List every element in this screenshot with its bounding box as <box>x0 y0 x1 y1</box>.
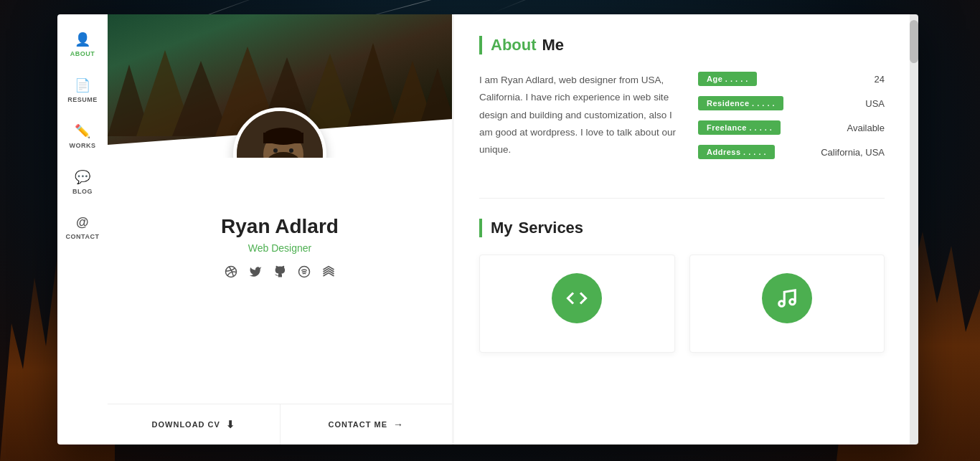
contact-me-label: CONTACT ME <box>328 420 387 429</box>
services-title-green: My <box>491 219 513 237</box>
blog-label: BLOG <box>72 188 93 195</box>
about-section-title: About Me <box>479 36 885 54</box>
svg-point-23 <box>779 301 785 307</box>
detail-address: Address . . . . . California, USA <box>698 145 885 159</box>
sidebar-item-resume[interactable]: 📄 RESUME <box>57 67 108 113</box>
twitter-icon[interactable] <box>249 265 262 282</box>
arrow-right-icon: → <box>393 419 404 430</box>
about-title-green: About <box>491 36 537 54</box>
content-area[interactable]: About Me I am Ryan Adlard, web designer … <box>452 14 910 445</box>
works-icon: ✏️ <box>75 123 91 139</box>
contact-icon: @ <box>76 215 89 230</box>
age-value: 24 <box>875 74 885 85</box>
about-title-rest: Me <box>542 36 565 54</box>
svg-rect-20 <box>263 133 303 143</box>
detail-freelance: Freelance . . . . . Available <box>698 120 885 135</box>
blog-icon: 💬 <box>75 169 91 185</box>
about-details: Age . . . . . 24 Residence . . . . . USA… <box>698 72 885 169</box>
freelance-badge: Freelance . . . . . <box>698 120 781 135</box>
about-icon: 👤 <box>75 32 91 47</box>
address-badge: Address . . . . . <box>698 145 775 159</box>
profile-card: Ryan Adlard Web Designer <box>108 14 452 445</box>
dribbble-icon[interactable] <box>225 265 237 282</box>
works-label: WORKS <box>70 142 96 149</box>
contact-me-button[interactable]: CONTACT ME → <box>281 404 453 445</box>
resume-label: RESUME <box>67 96 98 103</box>
service-card-development <box>479 255 675 353</box>
profile-banner <box>108 14 452 158</box>
about-bio: I am Ryan Adlard, web designer from USA,… <box>479 72 677 169</box>
social-icons <box>221 265 339 282</box>
freelance-value: Available <box>847 123 885 133</box>
spotify-icon[interactable] <box>298 265 311 282</box>
detail-residence: Residence . . . . . USA <box>698 96 885 110</box>
profile-title: Web Designer <box>221 242 339 254</box>
github-icon[interactable] <box>273 265 286 282</box>
sidebar: 👤 ABOUT 📄 RESUME ✏️ WORKS 💬 BLOG @ CONTA… <box>57 14 108 445</box>
scrollbar-track[interactable] <box>910 14 918 445</box>
profile-actions: DOWNLOAD CV ⬇ CONTACT ME → <box>108 404 452 445</box>
address-value: California, USA <box>821 147 885 158</box>
svg-point-17 <box>273 148 278 153</box>
age-badge: Age . . . . . <box>698 72 757 86</box>
resume-icon: 📄 <box>75 77 91 93</box>
about-grid: I am Ryan Adlard, web designer from USA,… <box>479 72 885 169</box>
detail-age: Age . . . . . 24 <box>698 72 885 86</box>
service-card-music <box>689 255 885 353</box>
svg-point-18 <box>289 148 293 153</box>
contact-label: CONTACT <box>66 233 100 240</box>
services-grid <box>479 255 885 353</box>
residence-badge: Residence . . . . . <box>698 96 783 110</box>
code-icon-circle <box>552 273 602 323</box>
download-cv-label: DOWNLOAD CV <box>152 420 220 429</box>
stack-icon[interactable] <box>322 265 335 282</box>
section-divider <box>479 198 885 199</box>
sidebar-item-blog[interactable]: 💬 BLOG <box>57 159 108 205</box>
main-container: 👤 ABOUT 📄 RESUME ✏️ WORKS 💬 BLOG @ CONTA… <box>57 14 918 445</box>
residence-value: USA <box>865 98 885 109</box>
sidebar-item-contact[interactable]: @ CONTACT <box>57 205 108 250</box>
music-icon-circle <box>762 273 812 323</box>
download-cv-button[interactable]: DOWNLOAD CV ⬇ <box>108 404 281 445</box>
sidebar-item-works[interactable]: ✏️ WORKS <box>57 113 108 159</box>
services-title-rest: Services <box>519 219 584 237</box>
svg-point-24 <box>790 299 796 305</box>
sidebar-item-about[interactable]: 👤 ABOUT <box>57 22 108 67</box>
download-icon: ⬇ <box>226 419 235 430</box>
scrollbar-thumb[interactable] <box>910 20 918 63</box>
profile-info: Ryan Adlard Web Designer <box>207 215 353 296</box>
services-section-title: My Services <box>479 219 885 237</box>
profile-name: Ryan Adlard <box>221 215 339 238</box>
about-label: ABOUT <box>70 50 95 57</box>
